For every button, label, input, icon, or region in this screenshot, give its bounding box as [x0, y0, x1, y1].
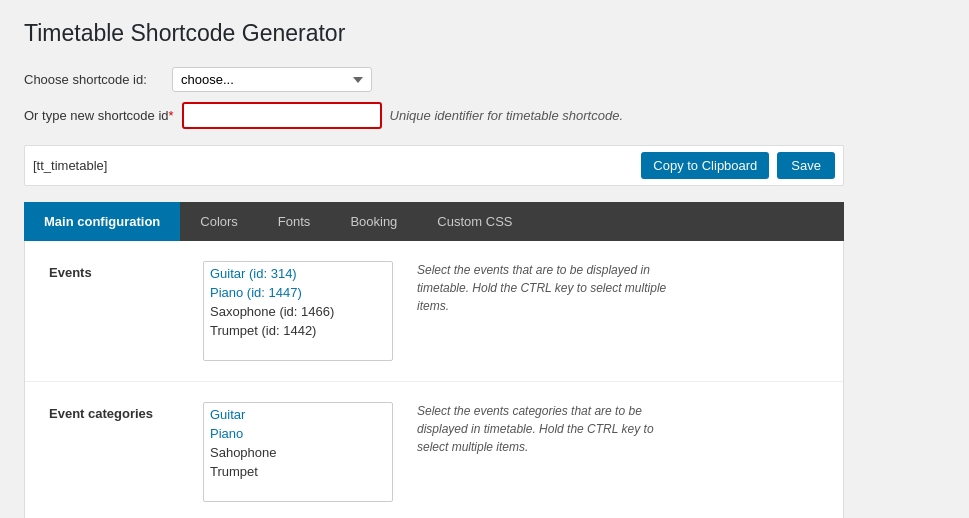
events-row: Events Guitar (id: 314) Piano (id: 1447)…: [25, 241, 843, 382]
events-control: Guitar (id: 314) Piano (id: 1447) Saxoph…: [203, 261, 393, 361]
copy-to-clipboard-button[interactable]: Copy to Clipboard: [641, 152, 769, 179]
category-option-trumpet[interactable]: Trumpet: [204, 462, 392, 481]
events-option-trumpet[interactable]: Trumpet (id: 1442): [204, 321, 392, 340]
tab-main-configuration[interactable]: Main configuration: [24, 202, 180, 241]
shortcode-bar: [tt_timetable] Copy to Clipboard Save: [24, 145, 844, 186]
shortcode-value-input[interactable]: [tt_timetable]: [33, 158, 633, 173]
tab-bar: Main configuration Colors Fonts Booking …: [24, 202, 844, 241]
events-label: Events: [49, 261, 179, 280]
tab-booking[interactable]: Booking: [330, 202, 417, 241]
category-option-piano[interactable]: Piano: [204, 424, 392, 443]
events-option-guitar[interactable]: Guitar (id: 314): [204, 264, 392, 283]
category-option-guitar[interactable]: Guitar: [204, 405, 392, 424]
new-shortcode-label: Or type new shortcode id*: [24, 108, 174, 123]
category-option-sahophone[interactable]: Sahophone: [204, 443, 392, 462]
page-title: Timetable Shortcode Generator: [24, 20, 945, 47]
choose-shortcode-select[interactable]: choose...: [172, 67, 372, 92]
tab-content: Events Guitar (id: 314) Piano (id: 1447)…: [24, 241, 844, 518]
events-option-saxophone[interactable]: Saxophone (id: 1466): [204, 302, 392, 321]
events-select[interactable]: Guitar (id: 314) Piano (id: 1447) Saxoph…: [203, 261, 393, 361]
event-categories-control: Guitar Piano Sahophone Trumpet: [203, 402, 393, 502]
event-categories-select[interactable]: Guitar Piano Sahophone Trumpet: [203, 402, 393, 502]
event-categories-hint: Select the events categories that are to…: [417, 402, 677, 456]
new-shortcode-input[interactable]: [182, 102, 382, 129]
required-marker: *: [169, 108, 174, 123]
choose-shortcode-label: Choose shortcode id:: [24, 72, 164, 87]
save-button[interactable]: Save: [777, 152, 835, 179]
tab-fonts[interactable]: Fonts: [258, 202, 331, 241]
events-hint: Select the events that are to be display…: [417, 261, 677, 315]
shortcode-hint: Unique identifier for timetable shortcod…: [390, 108, 623, 123]
event-categories-row: Event categories Guitar Piano Sahophone …: [25, 382, 843, 518]
tab-custom-css[interactable]: Custom CSS: [417, 202, 532, 241]
tab-colors[interactable]: Colors: [180, 202, 258, 241]
events-option-piano[interactable]: Piano (id: 1447): [204, 283, 392, 302]
event-categories-label: Event categories: [49, 402, 179, 421]
